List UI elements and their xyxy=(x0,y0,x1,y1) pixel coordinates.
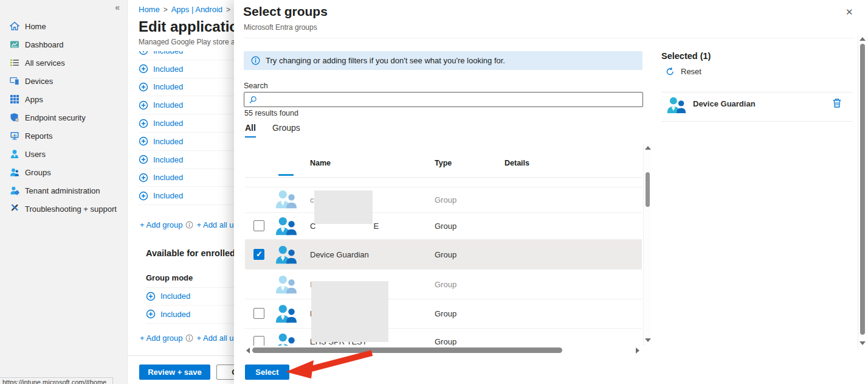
plus-circle-icon xyxy=(139,191,148,201)
group-type: Group xyxy=(435,222,456,231)
apps-icon xyxy=(10,94,19,104)
row-checkbox[interactable] xyxy=(253,308,264,319)
sidebar-item-reports[interactable]: Reports xyxy=(0,127,127,145)
add-all-users-link[interactable]: + Add all u xyxy=(196,220,233,229)
table-row[interactable]: E Group xyxy=(245,299,642,329)
users-icon xyxy=(10,149,19,159)
sidebar-collapse-icon[interactable]: « xyxy=(115,2,120,12)
sidebar-item-groups[interactable]: Groups xyxy=(0,163,127,181)
table-row[interactable]: CE Group xyxy=(245,213,642,240)
breadcrumb-home-link[interactable]: Home xyxy=(139,5,160,14)
sidebar-item-label: Apps xyxy=(25,95,43,104)
add-group-link[interactable]: + Add group xyxy=(140,333,182,343)
scroll-left-arrow[interactable] xyxy=(246,347,250,354)
reset-button[interactable]: Reset xyxy=(666,67,701,76)
plus-circle-icon xyxy=(139,64,148,74)
sidebar-item-label: Dashboard xyxy=(25,40,64,49)
included-group-link[interactable]: Included xyxy=(139,133,236,151)
breadcrumb-separator: > xyxy=(226,5,230,14)
sidebar-item-troubleshooting-support[interactable]: Troubleshooting + support xyxy=(0,200,127,218)
row-checkbox[interactable] xyxy=(253,220,264,231)
add-group-link[interactable]: + Add group xyxy=(140,220,182,229)
available-included-list: Included Included xyxy=(146,287,237,324)
row-checkbox-checked[interactable] xyxy=(253,249,264,260)
row-checkbox[interactable] xyxy=(253,336,264,346)
panel-subtitle: Microsoft Entra groups xyxy=(244,23,317,32)
add-links-row: + Add group + Add all u xyxy=(140,333,234,343)
included-group-link[interactable]: Included xyxy=(139,51,236,60)
search-input[interactable] xyxy=(261,95,642,104)
redaction-overlay xyxy=(311,281,388,342)
page-title: Edit application xyxy=(139,18,247,35)
column-header-type[interactable]: Type xyxy=(435,159,452,167)
scroll-up-arrow[interactable] xyxy=(859,37,866,41)
column-header-name[interactable]: Name xyxy=(310,159,331,167)
troubleshooting-icon xyxy=(10,204,19,214)
scrollbar-thumb[interactable] xyxy=(252,347,562,353)
review-save-button[interactable]: Review + save xyxy=(139,365,210,380)
included-group-link[interactable]: Included xyxy=(146,287,237,305)
scroll-up-arrow[interactable] xyxy=(645,146,651,150)
info-banner-text: Try changing or adding filters if you do… xyxy=(266,56,505,65)
included-group-link[interactable]: Included xyxy=(139,96,236,114)
close-icon[interactable]: ✕ xyxy=(846,7,853,18)
groups-icon xyxy=(10,167,19,177)
panel-vertical-scrollbar[interactable] xyxy=(858,35,866,350)
scroll-right-arrow[interactable] xyxy=(636,347,639,354)
search-box xyxy=(244,92,643,107)
info-banner: Try changing or adding filters if you do… xyxy=(244,51,642,70)
included-label: Included xyxy=(153,119,183,128)
select-button[interactable]: Select xyxy=(245,365,289,380)
search-label: Search xyxy=(244,82,268,90)
included-label: Included xyxy=(153,155,183,164)
table-horizontal-scrollbar[interactable] xyxy=(245,346,643,354)
group-icon xyxy=(275,304,298,326)
breadcrumb-apps-android-link[interactable]: Apps | Android xyxy=(171,5,222,14)
home-icon xyxy=(10,21,19,31)
included-group-link[interactable]: Included xyxy=(139,60,236,79)
table-header-divider xyxy=(245,177,642,178)
sidebar-item-apps[interactable]: Apps xyxy=(0,90,127,108)
sidebar-item-dashboard[interactable]: Dashboard xyxy=(0,35,127,54)
table-row-selected[interactable]: Device Guardian Group xyxy=(245,240,642,270)
table-row[interactable]: EHS SPR TEST Group xyxy=(245,329,642,346)
included-group-link[interactable]: Included xyxy=(139,169,236,187)
sidebar-item-endpoint-security[interactable]: Endpoint security xyxy=(0,108,127,127)
group-mode-column-header: Group mode xyxy=(146,273,193,282)
included-group-link[interactable]: Included xyxy=(139,187,236,205)
info-circle-icon xyxy=(185,221,193,229)
included-label: Included xyxy=(153,51,183,55)
sidebar-item-home[interactable]: Home xyxy=(0,17,127,35)
scrollbar-thumb[interactable] xyxy=(860,44,865,335)
status-bar-url: https://intune.microsoft.com/#home xyxy=(0,377,113,384)
included-group-link[interactable]: Included xyxy=(139,151,236,169)
dashboard-icon xyxy=(10,40,19,49)
group-type: Group xyxy=(435,195,456,204)
sidebar-item-devices[interactable]: Devices xyxy=(0,72,127,90)
included-label: Included xyxy=(153,82,183,91)
sidebar-item-users[interactable]: Users xyxy=(0,145,127,163)
sidebar-item-label: Tenant administration xyxy=(25,186,100,195)
included-label: Included xyxy=(160,291,190,301)
sidebar-item-label: All services xyxy=(25,58,65,68)
included-group-link[interactable]: Included xyxy=(146,305,237,324)
scroll-down-arrow[interactable] xyxy=(859,341,866,345)
tab-groups[interactable]: Groups xyxy=(272,123,300,136)
sidebar-item-label: Endpoint security xyxy=(25,113,86,122)
trash-icon[interactable] xyxy=(832,97,842,108)
included-group-link[interactable]: Included xyxy=(139,114,236,133)
sidebar-item-tenant-administration[interactable]: Tenant administration xyxy=(0,181,127,200)
included-group-link[interactable]: Included xyxy=(139,79,236,97)
included-label: Included xyxy=(153,100,183,110)
scroll-down-arrow[interactable] xyxy=(645,338,651,342)
sidebar-item-all-services[interactable]: All services xyxy=(0,54,127,72)
group-type: Group xyxy=(435,309,456,318)
tab-all[interactable]: All xyxy=(245,123,256,136)
add-all-users-link[interactable]: + Add all u xyxy=(196,333,233,343)
column-header-details[interactable]: Details xyxy=(505,159,529,167)
scrollbar-thumb[interactable] xyxy=(646,172,650,207)
table-row[interactable]: c Group xyxy=(245,187,642,213)
table-row[interactable]: D Group xyxy=(245,270,642,299)
group-icon xyxy=(275,245,298,267)
table-vertical-scrollbar[interactable] xyxy=(643,144,651,346)
